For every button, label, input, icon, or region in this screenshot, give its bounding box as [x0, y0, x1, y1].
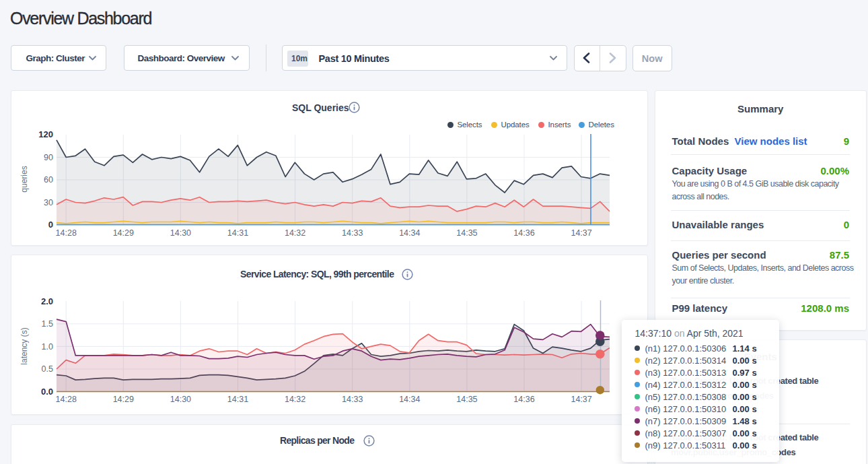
svg-text:14:34: 14:34	[399, 395, 420, 404]
svg-text:14:34: 14:34	[399, 228, 420, 238]
svg-text:latency (s): latency (s)	[20, 327, 29, 364]
svg-text:14:30: 14:30	[170, 395, 191, 404]
svg-text:1.5: 1.5	[42, 319, 53, 329]
svg-text:1.0: 1.0	[42, 342, 53, 352]
svg-text:14:37: 14:37	[571, 228, 591, 238]
svg-text:14:30: 14:30	[170, 228, 191, 238]
svg-text:14:33: 14:33	[342, 228, 363, 238]
svg-text:14:37: 14:37	[571, 395, 591, 404]
svg-text:14:32: 14:32	[285, 395, 305, 404]
svg-text:0: 0	[48, 220, 53, 230]
svg-text:120: 120	[38, 129, 53, 139]
svg-text:0.5: 0.5	[42, 364, 53, 374]
svg-text:14:35: 14:35	[456, 228, 477, 238]
svg-text:14:35: 14:35	[456, 395, 477, 404]
svg-text:14:36: 14:36	[513, 395, 534, 404]
svg-text:14:33: 14:33	[342, 395, 363, 404]
svg-text:14:28: 14:28	[56, 395, 77, 404]
svg-text:60: 60	[44, 175, 53, 185]
svg-text:14:32: 14:32	[285, 228, 305, 238]
svg-text:30: 30	[44, 198, 53, 207]
svg-text:0.0: 0.0	[41, 387, 53, 397]
svg-text:2.0: 2.0	[41, 296, 53, 306]
svg-text:14:29: 14:29	[113, 228, 134, 238]
svg-text:queries: queries	[20, 166, 29, 192]
svg-text:90: 90	[44, 153, 53, 162]
svg-text:14:29: 14:29	[113, 395, 134, 404]
svg-text:14:31: 14:31	[227, 228, 248, 238]
svg-text:14:28: 14:28	[56, 228, 77, 238]
svg-text:14:31: 14:31	[227, 395, 248, 404]
svg-text:14:36: 14:36	[513, 228, 534, 238]
